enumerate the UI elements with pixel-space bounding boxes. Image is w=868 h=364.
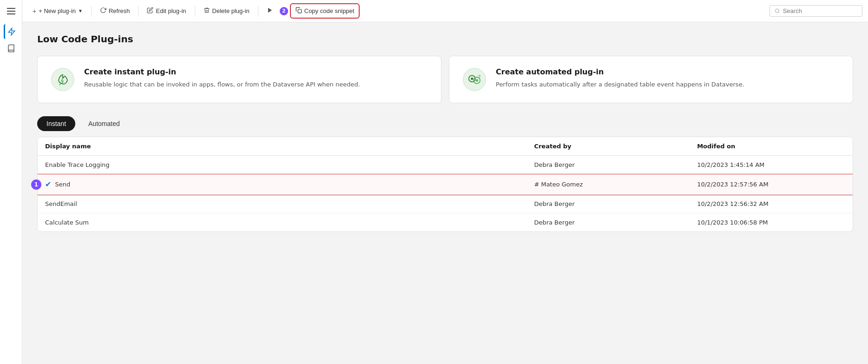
svg-marker-0 [8,28,15,35]
table-row[interactable]: SendEmailDebra Berger10/2/2023 12:56:32 … [38,195,853,213]
automated-card-desc: Perform tasks automatically after a desi… [496,80,744,89]
play-icon [267,7,273,15]
chevron-down-icon: ▼ [78,8,83,13]
copy-snippet-badge: 2 [280,7,288,15]
separator-2 [138,6,138,17]
plus-icon: + [33,7,36,15]
main-content: + + New plug-in ▼ Refresh Edit plu [22,0,868,364]
plugins-table: Display name Created by Modifed on Enabl… [38,137,853,232]
svg-point-10 [476,79,478,81]
delete-plugin-button[interactable]: Delete plug-in [199,4,254,18]
table-row[interactable]: Calculate SumDebra Berger10/1/2023 10:06… [38,213,853,232]
plugins-table-container: Display name Created by Modifed on Enabl… [37,137,853,232]
row-modified-on-3: 10/1/2023 10:06:58 PM [690,213,853,232]
row-check-icon: ✔ [45,180,51,189]
page-content: Low Code Plug-ins Create instant plug-in… [22,22,868,364]
row-display-name-3: Calculate Sum [38,213,526,232]
edit-icon [147,7,153,15]
row-modified-on-0: 10/2/2023 1:45:14 AM [690,156,853,174]
trash-icon [204,7,210,15]
run-button[interactable] [262,4,278,18]
svg-point-9 [471,78,473,80]
create-automated-card[interactable]: Create automated plug-in Perform tasks a… [449,56,853,103]
row-created-by-3: Debra Berger [526,213,690,232]
copy-icon [296,7,302,15]
instant-card-desc: Reusable logic that can be invoked in ap… [84,80,360,89]
row-name-text: Send [55,181,70,188]
separator-3 [195,6,195,17]
instant-card-text: Create instant plug-in Reusable logic th… [84,67,360,89]
row-display-name-0: Enable Trace Logging [38,156,526,174]
tab-automated[interactable]: Automated [79,116,129,131]
automated-card-title: Create automated plug-in [496,67,744,76]
search-box[interactable] [769,5,862,17]
table-row[interactable]: Enable Trace LoggingDebra Berger10/2/202… [38,156,853,174]
sidebar-icon-lightning[interactable] [4,24,19,39]
col-modified-on: Modifed on [690,137,853,156]
toolbar: + + New plug-in ▼ Refresh Edit plu [22,0,868,22]
copy-code-snippet-button[interactable]: Copy code snippet [290,3,360,19]
card-grid: Create instant plug-in Reusable logic th… [37,56,853,103]
instant-card-title: Create instant plug-in [84,67,360,76]
col-display-name: Display name [38,137,526,156]
search-input[interactable] [783,7,857,14]
edit-plugin-button[interactable]: Edit plug-in [142,4,191,18]
automated-card-icon [462,67,487,92]
page-title: Low Code Plug-ins [37,33,853,45]
search-icon [775,8,780,14]
create-instant-card[interactable]: Create instant plug-in Reusable logic th… [37,56,441,103]
svg-line-4 [778,12,779,13]
automated-card-text: Create automated plug-in Perform tasks a… [496,67,744,89]
tab-instant[interactable]: Instant [37,116,75,131]
row-display-name-2: SendEmail [38,195,526,213]
sidebar [0,0,22,364]
row-created-by-2: Debra Berger [526,195,690,213]
sidebar-icon-book[interactable] [4,41,19,56]
row-created-by-1: # Mateo Gomez [526,174,690,195]
table-header-row: Display name Created by Modifed on [38,137,853,156]
separator-1 [91,6,92,17]
table-row[interactable]: ✔Send# Mateo Gomez10/2/2023 12:57:56 AM [38,174,853,195]
svg-rect-2 [298,9,302,13]
tabs: Instant Automated [37,116,853,131]
row-created-by-0: Debra Berger [526,156,690,174]
svg-point-3 [775,9,779,13]
row-modified-on-2: 10/2/2023 12:56:32 AM [690,195,853,213]
row-modified-on-1: 10/2/2023 12:57:56 AM [690,174,853,195]
instant-card-icon [51,67,75,92]
new-plugin-button[interactable]: + + New plug-in ▼ [28,5,87,18]
refresh-button[interactable]: Refresh [95,4,135,18]
refresh-icon [100,7,106,15]
svg-marker-1 [268,8,272,13]
svg-point-5 [52,68,74,91]
separator-4 [258,6,258,17]
col-created-by: Created by [526,137,690,156]
hamburger-button[interactable] [4,4,19,19]
svg-point-6 [463,68,486,91]
row-display-name-1: ✔Send [38,174,526,195]
